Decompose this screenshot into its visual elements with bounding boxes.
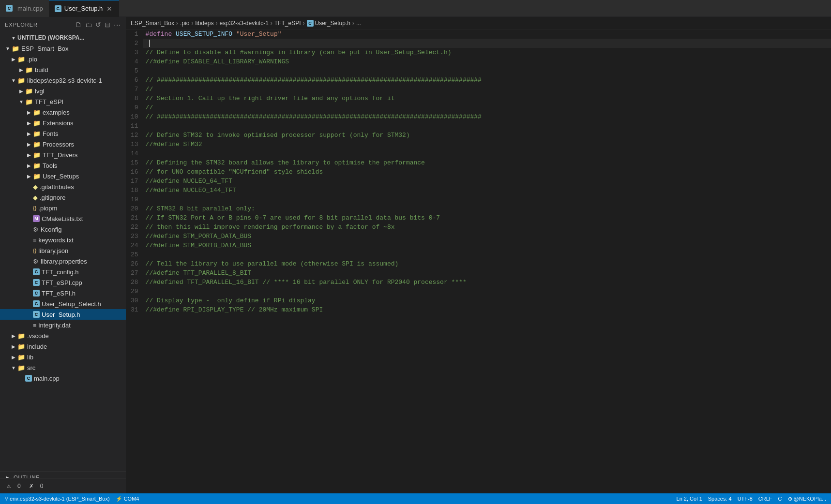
tree-item-esp-smart-box[interactable]: 📁 ESP_Smart_Box bbox=[0, 43, 126, 54]
code-line-30[interactable]: // Display type - only define if RPi dis… bbox=[143, 296, 831, 305]
tree-item-lvgl[interactable]: 📁 lvgl bbox=[0, 86, 126, 96]
status-encoding[interactable]: UTF-8 bbox=[738, 496, 753, 502]
code-line-25[interactable] bbox=[143, 250, 831, 259]
status-position[interactable]: Ln 2, Col 1 bbox=[677, 496, 702, 502]
tree-item-workspace[interactable]: UNTITLED (WORKSPA... bbox=[0, 32, 126, 43]
token-comment: // Defining the STM32 board allows the l… bbox=[146, 159, 425, 166]
new-folder-icon[interactable]: 🗀 bbox=[85, 21, 92, 29]
code-editor[interactable]: 1234567891011121314151617181920212223242… bbox=[126, 30, 831, 493]
code-line-23[interactable]: //#define STM_PORTA_DATA_BUS bbox=[143, 232, 831, 241]
code-line-2[interactable] bbox=[143, 39, 831, 48]
code-line-5[interactable] bbox=[143, 66, 831, 75]
status-lang[interactable]: C bbox=[778, 496, 782, 502]
tree-item-keywords[interactable]: ≡ keywords.txt bbox=[0, 235, 126, 245]
code-line-11[interactable] bbox=[143, 121, 831, 131]
line-number-14: 14 bbox=[131, 149, 138, 158]
code-line-24[interactable]: //#define STM_PORTB_DATA_BUS bbox=[143, 241, 831, 250]
integrity-icon: ≡ bbox=[33, 322, 37, 329]
tree-item-pio[interactable]: 📁 .pio bbox=[0, 54, 126, 64]
tree-item-gitattributes[interactable]: ◆ .gitattributes bbox=[0, 181, 126, 192]
code-line-31[interactable]: //#define RPI_DISPLAY_TYPE // 20MHz maxi… bbox=[143, 305, 831, 314]
code-line-17[interactable]: //#define NUCLEO_64_TFT bbox=[143, 177, 831, 186]
tree-item-cmakelists[interactable]: M CMakeLists.txt bbox=[0, 213, 126, 224]
code-line-18[interactable]: //#define NUCLEO_144_TFT bbox=[143, 186, 831, 195]
status-prettier[interactable]: ⊕ @NEKOPla... bbox=[788, 496, 826, 502]
tree-item-user-setup-h[interactable]: C User_Setup.h bbox=[0, 309, 126, 320]
code-line-1[interactable]: #define USER_SETUP_INFO "User_Setup" bbox=[143, 30, 831, 39]
status-branch[interactable]: ⑂ env:esp32-s3-devkitc-1 (ESP_Smart_Box) bbox=[5, 496, 110, 502]
tree-item-fonts[interactable]: 📁 Fonts bbox=[0, 128, 126, 139]
error-icon[interactable]: ⚠ bbox=[4, 481, 14, 491]
tab-user-setup-h[interactable]: C User_Setup.h ✕ bbox=[49, 0, 120, 17]
status-eol[interactable]: CRLF bbox=[758, 496, 772, 502]
status-com[interactable]: ⚡ COM4 bbox=[116, 496, 139, 502]
tab-main-cpp[interactable]: C main.cpp bbox=[0, 0, 49, 17]
code-lines[interactable]: #define USER_SETUP_INFO "User_Setup" // … bbox=[143, 30, 831, 493]
code-line-19[interactable] bbox=[143, 195, 831, 204]
code-line-13[interactable]: //#define STM32 bbox=[143, 140, 831, 149]
breadcrumb-pio[interactable]: .pio bbox=[180, 20, 189, 27]
token-disabled: //#define RPI_DISPLAY_TYPE // 20MHz maxi… bbox=[146, 306, 323, 313]
more-icon[interactable]: ··· bbox=[114, 21, 121, 29]
code-line-3[interactable]: // Define to disable all #warnings in li… bbox=[143, 48, 831, 57]
code-line-29[interactable] bbox=[143, 287, 831, 296]
tree-item-user-setup-select[interactable]: C User_Setup_Select.h bbox=[0, 298, 126, 309]
collapse-icon[interactable]: ⊟ bbox=[105, 21, 111, 29]
tree-item-tft-config-h[interactable]: C TFT_config.h bbox=[0, 267, 126, 277]
breadcrumb-libdeps[interactable]: libdeps bbox=[195, 20, 213, 27]
tree-item-gitignore[interactable]: ◆ .gitignore bbox=[0, 192, 126, 203]
code-line-26[interactable]: // Tell the library to use parallel mode… bbox=[143, 259, 831, 268]
breadcrumb-tft-espi[interactable]: TFT_eSPI bbox=[274, 20, 301, 27]
tree-item-piopm[interactable]: {} .piopm bbox=[0, 203, 126, 213]
line-number-19: 19 bbox=[131, 195, 138, 204]
tree-item-kconfig[interactable]: ⚙ Kconfig bbox=[0, 224, 126, 235]
status-left: ⑂ env:esp32-s3-devkitc-1 (ESP_Smart_Box)… bbox=[5, 496, 139, 502]
code-line-6[interactable]: // #####################################… bbox=[143, 75, 831, 85]
workspace-label: UNTITLED (WORKSPA... bbox=[17, 34, 84, 41]
code-line-9[interactable]: // bbox=[143, 103, 831, 112]
tree-item-tools[interactable]: 📁 Tools bbox=[0, 160, 126, 171]
code-line-14[interactable] bbox=[143, 149, 831, 158]
tree-item-tft-espi-h[interactable]: C TFT_eSPI.h bbox=[0, 288, 126, 298]
breadcrumb-filename[interactable]: User_Setup.h bbox=[315, 20, 350, 27]
tree-item-vscode[interactable]: 📁 .vscode bbox=[0, 330, 126, 341]
breadcrumb-ellipsis[interactable]: ... bbox=[356, 20, 361, 27]
code-line-27[interactable]: //#define TFT_PARALLEL_8_BIT bbox=[143, 268, 831, 278]
code-line-20[interactable]: // STM32 8 bit parallel only: bbox=[143, 204, 831, 213]
code-line-28[interactable]: //#defined TFT_PARALLEL_16_BIT // **** 1… bbox=[143, 278, 831, 287]
status-spaces[interactable]: Spaces: 4 bbox=[708, 496, 732, 502]
tree-item-main-cpp[interactable]: C main.cpp bbox=[0, 373, 126, 384]
tree-item-processors[interactable]: 📁 Processors bbox=[0, 139, 126, 149]
tft-drivers-label: TFT_Drivers bbox=[43, 151, 77, 159]
warning-icon[interactable]: ✗ bbox=[27, 481, 36, 491]
tree-item-libdeps[interactable]: 📁 libdeps\esp32-s3-devkitc-1 bbox=[0, 75, 126, 86]
code-line-22[interactable]: // then this will improve rendering perf… bbox=[143, 222, 831, 232]
bottom-icons-bar: ⚠ 0 ✗ 0 bbox=[0, 478, 126, 493]
tree-item-include[interactable]: 📁 include bbox=[0, 341, 126, 352]
code-line-4[interactable]: //#define DISABLE_ALL_LIBRARY_WARNINGS bbox=[143, 57, 831, 66]
tree-item-tft-espi[interactable]: 📁 TFT_eSPI bbox=[0, 96, 126, 107]
refresh-icon[interactable]: ↺ bbox=[95, 21, 102, 29]
tree-item-src[interactable]: 📁 src bbox=[0, 362, 126, 373]
code-line-8[interactable]: // Section 1. Call up the right driver f… bbox=[143, 94, 831, 103]
code-line-21[interactable]: // If STN32 Port A or B pins 0-7 are use… bbox=[143, 213, 831, 222]
tree-item-lib[interactable]: 📁 lib bbox=[0, 352, 126, 362]
tree-item-user-setups[interactable]: 📁 User_Setups bbox=[0, 171, 126, 181]
tree-item-examples[interactable]: 📁 examples bbox=[0, 107, 126, 118]
tree-item-integrity[interactable]: ≡ integrity.dat bbox=[0, 320, 126, 330]
code-line-15[interactable]: // Defining the STM32 board allows the l… bbox=[143, 158, 831, 167]
tab-close-user-setup-h[interactable]: ✕ bbox=[106, 5, 113, 13]
code-line-16[interactable]: // for UNO compatible "MCUfriend" style … bbox=[143, 167, 831, 177]
new-file-icon[interactable]: 🗋 bbox=[75, 21, 82, 29]
tree-item-tft-espi-cpp[interactable]: C TFT_eSPI.cpp bbox=[0, 277, 126, 288]
breadcrumb-devkit[interactable]: esp32-s3-devkitc-1 bbox=[219, 20, 268, 27]
code-line-10[interactable]: // #####################################… bbox=[143, 112, 831, 121]
code-line-7[interactable]: // bbox=[143, 85, 831, 94]
tree-item-extensions[interactable]: 📁 Extensions bbox=[0, 118, 126, 128]
tree-item-library-json[interactable]: {} library.json bbox=[0, 245, 126, 256]
tree-item-build[interactable]: 📁 build bbox=[0, 64, 126, 75]
code-line-12[interactable]: // Define STM32 to invoke optimised proc… bbox=[143, 131, 831, 140]
tree-item-tft-drivers[interactable]: 📁 TFT_Drivers bbox=[0, 149, 126, 160]
tree-item-library-props[interactable]: ⚙ library.properties bbox=[0, 256, 126, 267]
breadcrumb-esp[interactable]: ESP_Smart_Box bbox=[131, 20, 174, 27]
